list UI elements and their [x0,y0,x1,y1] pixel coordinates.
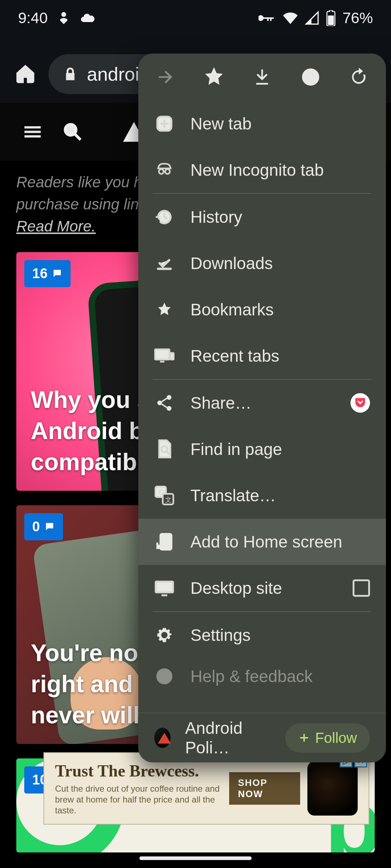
find-in-page-icon [154,439,175,459]
forward-icon[interactable] [153,64,178,90]
bookmarks-icon [154,299,175,320]
menu-site-follow-row: Android Poli… Follow [138,712,386,762]
battery-percentage: 76% [342,9,373,27]
add-to-home-icon [154,532,175,552]
svg-point-8 [167,406,172,411]
menu-label: Translate… [190,486,276,505]
menu-label: Help & feedback [190,667,313,686]
svg-text:文: 文 [165,496,172,503]
share-icon [154,393,175,413]
bookmark-star-icon[interactable] [201,64,227,90]
menu-label: History [190,207,242,227]
svg-rect-5 [170,353,174,359]
menu-label: Downloads [190,254,273,273]
person-location-icon [56,11,71,25]
site-favicon [154,728,171,748]
lock-icon [63,67,77,81]
ad-cta-button[interactable]: SHOP NOW [229,772,300,805]
read-more-link[interactable]: Read More. [16,218,96,235]
status-bar: 9:40 76% [0,0,391,36]
ad-subtext: Cut the drive out of your coffee routine… [55,783,229,816]
menu-top-row [138,54,386,101]
history-icon [154,207,175,227]
menu-settings[interactable]: Settings [138,612,386,658]
menu-find-in-page[interactable]: Find in page [138,426,386,472]
menu-add-to-home[interactable]: Add to Home screen [138,519,386,565]
reload-icon[interactable] [346,64,371,90]
menu-label: New tab [190,114,252,133]
download-icon[interactable] [249,64,275,90]
menu-downloads[interactable]: Downloads [138,240,386,286]
hamburger-icon[interactable] [22,121,43,142]
menu-desktop-site[interactable]: Desktop site [138,565,386,611]
recent-tabs-icon [154,346,175,366]
status-time: 9:40 [18,9,48,27]
comment-badge[interactable]: 16 [24,260,71,287]
wifi-icon [282,10,298,26]
settings-gear-icon [154,625,175,645]
downloads-done-icon [154,253,175,273]
menu-translate[interactable]: G文 Translate… [138,472,386,519]
comment-badge[interactable]: 0 [24,513,63,540]
pocket-icon[interactable] [350,393,370,413]
incognito-icon [154,160,175,180]
menu-label: Find in page [190,439,282,459]
help-icon [154,666,175,686]
battery-icon [326,10,336,26]
ad-image [307,761,358,816]
translate-icon: G文 [154,485,175,506]
chrome-overflow-menu: New tab New Incognito tab History Downlo… [138,54,386,762]
menu-label: Desktop site [190,578,282,598]
menu-label: Bookmarks [190,300,274,319]
site-search-icon[interactable] [62,121,83,142]
follow-button[interactable]: Follow [285,723,370,753]
svg-point-7 [157,401,162,405]
home-button[interactable] [11,60,40,89]
menu-label: Add to Home screen [190,532,342,552]
desktop-site-checkbox[interactable] [353,579,370,597]
svg-point-6 [167,395,172,400]
svg-rect-15 [156,582,173,592]
svg-point-9 [161,446,168,452]
menu-history[interactable]: History [138,194,386,240]
menu-label: Recent tabs [190,346,279,366]
menu-label: Settings [190,625,251,645]
ad-banner[interactable]: Trust The Brewcess. Cut the drive out of… [43,752,369,825]
menu-bookmarks[interactable]: Bookmarks [138,286,386,333]
svg-point-1 [65,124,76,135]
svg-rect-4 [155,349,169,359]
cell-signal-icon [305,11,319,25]
ad-headline: Trust The Brewcess. [55,761,229,780]
cloud-icon [80,10,96,26]
menu-label: New Incognito tab [190,160,324,180]
svg-text:G: G [159,488,164,496]
menu-label: Share… [190,393,252,413]
desktop-icon [154,578,175,598]
gesture-nav-bar[interactable] [139,856,252,860]
new-tab-icon [154,114,175,134]
vpn-key-icon [258,9,276,27]
menu-share[interactable]: Share… [138,380,386,426]
menu-new-tab[interactable]: New tab [138,101,386,147]
site-name: Android Poli… [185,718,271,757]
menu-incognito[interactable]: New Incognito tab [138,147,386,193]
page-info-icon[interactable] [298,64,323,90]
menu-help-feedback[interactable]: Help & feedback [138,658,386,694]
svg-rect-0 [328,16,334,25]
menu-recent-tabs[interactable]: Recent tabs [138,333,386,379]
